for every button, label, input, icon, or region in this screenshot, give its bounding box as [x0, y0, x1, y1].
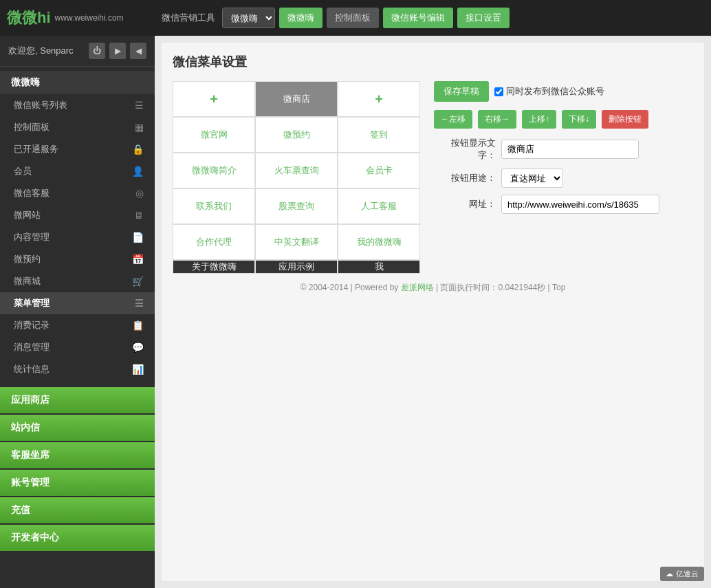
form-row-btn-purpose: 按钮用途： 直达网址 [434, 168, 693, 188]
sidebar-item-menu[interactable]: 菜单管理 ☰ [0, 292, 155, 314]
publish-checkbox[interactable] [494, 87, 503, 96]
sidebar-item-dashboard[interactable]: 控制面板 ▦ [0, 116, 155, 138]
page-title: 微信菜单设置 [173, 54, 693, 70]
menu-grid: + 微商店 + 微官网 微预约 签到 微微嗨简介 火车票查询 会员卡 联系我们 … [173, 81, 420, 260]
recharge-btn[interactable]: 充值 [0, 497, 155, 523]
menu-cell-translate[interactable]: 中英文翻译 [255, 224, 338, 260]
tab-interface[interactable]: 接口设置 [457, 8, 510, 28]
menu-cell-weishangdian[interactable]: 微商店 [255, 81, 338, 117]
app-store-btn[interactable]: 应用商店 [0, 387, 155, 413]
btn-purpose-select[interactable]: 直达网址 [501, 168, 563, 188]
sidebar-section-title: 微微嗨 [0, 71, 155, 94]
menu-cell-about[interactable]: 关于微微嗨 [173, 260, 255, 274]
menu-cell-my-weiweihi[interactable]: 我的微微嗨 [338, 224, 420, 260]
arrow-right-icon[interactable]: ▶ [109, 43, 126, 59]
watermark-text: 亿速云 [676, 569, 699, 579]
save-draft-btn[interactable]: 保存草稿 [434, 81, 489, 102]
menu-cell-customer-service[interactable]: 人工客服 [338, 188, 420, 224]
menu-cell-qiandao[interactable]: 签到 [338, 117, 420, 153]
sidebar-item-shop[interactable]: 微商城 🛒 [0, 270, 155, 292]
logo-text: 微微hi [7, 8, 51, 28]
main: 微信菜单设置 + 微商店 + 微官网 微预约 签到 微微嗨简介 [155, 36, 711, 588]
menu-editor: + 微商店 + 微官网 微预约 签到 微微嗨简介 火车票查询 会员卡 联系我们 … [173, 81, 693, 274]
menu-cell-me[interactable]: 我 [338, 260, 420, 274]
main-inner: 微信菜单设置 + 微商店 + 微官网 微预约 签到 微微嗨简介 [162, 43, 704, 581]
layout: 欢迎您, Senparc ⏻ ▶ ◀ 微微嗨 微信账号列表 ☰ 控制面板 ▦ 已… [0, 36, 711, 588]
sidebar-section-main: 微微嗨 微信账号列表 ☰ 控制面板 ▦ 已开通服务 🔒 会员 👤 微信客服 ◎ [0, 67, 155, 384]
menu-cell-partner[interactable]: 合作代理 [173, 224, 255, 260]
btn-text-label: 按钮显示文字： [434, 137, 496, 162]
sidebar-item-messages[interactable]: 消息管理 💬 [0, 336, 155, 358]
menu-cell-examples[interactable]: 应用示例 [255, 260, 338, 274]
menu-cell-weiguanwang[interactable]: 微官网 [173, 117, 255, 153]
url-label: 网址： [434, 198, 496, 210]
footer-time: | 页面执行时间：0.0421944秒 | Top [436, 283, 565, 292]
menu-cell-train[interactable]: 火车票查询 [255, 153, 338, 188]
power-icon[interactable]: ⏻ [89, 43, 105, 59]
action-row-dirs: ←左移 右移→ 上移↑ 下移↓ 删除按钮 [434, 110, 693, 129]
sidebar: 欢迎您, Senparc ⏻ ▶ ◀ 微微嗨 微信账号列表 ☰ 控制面板 ▦ 已… [0, 36, 155, 588]
menu-cell-membership[interactable]: 会员卡 [338, 153, 420, 188]
sidebar-item-stats[interactable]: 统计信息 📊 [0, 358, 155, 380]
tab-weiweihi[interactable]: 微微嗨 [279, 8, 322, 28]
btn-purpose-label: 按钮用途： [434, 172, 496, 184]
sidebar-item-services[interactable]: 已开通服务 🔒 [0, 138, 155, 160]
footer-text: © 2004-2014 | Powered by [300, 283, 399, 292]
menu-cell-add-left[interactable]: + [173, 81, 255, 117]
btn-text-input[interactable] [501, 140, 639, 159]
sidebar-item-reservation[interactable]: 微预约 📅 [0, 248, 155, 270]
account-manage-btn[interactable]: 账号管理 [0, 470, 155, 496]
weixin-service-icon: ◎ [135, 188, 144, 199]
top-nav: 微信营销工具 微微嗨 微微嗨 控制面板 微信账号编辑 接口设置 [162, 8, 704, 28]
internal-mail-btn[interactable]: 站内信 [0, 415, 155, 441]
menu-bottom-row: 关于微微嗨 应用示例 我 [173, 260, 420, 274]
menu-cell-jianjie[interactable]: 微微嗨简介 [173, 153, 255, 188]
watermark-icon: ☁ [666, 569, 673, 578]
form-row-btn-text: 按钮显示文字： [434, 137, 693, 162]
sidebar-item-accounts[interactable]: 微信账号列表 ☰ [0, 94, 155, 116]
publish-label-text: 同时发布到微信公众账号 [506, 85, 604, 98]
user-icons: ⏻ ▶ ◀ [89, 43, 146, 59]
action-row-top: 保存草稿 同时发布到微信公众账号 [434, 81, 693, 102]
left-move-btn[interactable]: ←左移 [434, 110, 472, 129]
publish-checkbox-label[interactable]: 同时发布到微信公众账号 [494, 85, 604, 98]
sidebar-item-microsite[interactable]: 微网站 🖥 [0, 204, 155, 226]
sidebar-item-content[interactable]: 内容管理 📄 [0, 226, 155, 248]
down-move-btn[interactable]: 下移↓ [562, 110, 596, 129]
logo-url: www.weiweihi.com [55, 13, 124, 23]
developer-center-btn[interactable]: 开发者中心 [0, 525, 155, 551]
tab-account-edit[interactable]: 微信账号编辑 [383, 8, 453, 28]
menu-cell-weiyuyue[interactable]: 微预约 [255, 117, 338, 153]
watermark: ☁ 亿速云 [660, 567, 704, 581]
tool-select[interactable]: 微微嗨 [222, 8, 275, 28]
consumption-icon: 📋 [132, 320, 144, 331]
stats-icon: 📊 [132, 364, 144, 375]
menu-cell-contact[interactable]: 联系我们 [173, 188, 255, 224]
content-icon: 📄 [132, 232, 144, 243]
customer-service-btn[interactable]: 客服坐席 [0, 442, 155, 468]
url-input[interactable] [501, 195, 659, 214]
menu-grid-container: + 微商店 + 微官网 微预约 签到 微微嗨简介 火车票查询 会员卡 联系我们 … [173, 81, 420, 274]
footer: © 2004-2014 | Powered by 差派网络 | 页面执行时间：0… [173, 274, 693, 302]
arrow-left-icon[interactable]: ◀ [130, 43, 146, 59]
messages-icon: 💬 [132, 342, 144, 353]
up-move-btn[interactable]: 上移↑ [522, 110, 556, 129]
right-panel: 保存草稿 同时发布到微信公众账号 ←左移 右移→ 上移↑ 下移↓ 删除按钮 [434, 81, 693, 274]
member-icon: 👤 [132, 166, 144, 177]
dashboard-icon: ▦ [135, 122, 144, 133]
delete-btn[interactable]: 删除按钮 [602, 110, 648, 129]
header: 微微hi www.weiweihi.com 微信营销工具 微微嗨 微微嗨 控制面… [0, 0, 711, 36]
tab-control-panel[interactable]: 控制面板 [327, 8, 379, 28]
right-move-btn[interactable]: 右移→ [478, 110, 516, 129]
menu-cell-stocks[interactable]: 股票查询 [255, 188, 338, 224]
sidebar-item-weixin-service[interactable]: 微信客服 ◎ [0, 182, 155, 204]
user-area: 欢迎您, Senparc ⏻ ▶ ◀ [0, 36, 155, 67]
footer-link[interactable]: 差派网络 [401, 283, 434, 292]
services-icon: 🔒 [132, 144, 144, 155]
sidebar-item-member[interactable]: 会员 👤 [0, 160, 155, 182]
microsite-icon: 🖥 [134, 210, 144, 221]
welcome-text: 欢迎您, Senparc [8, 45, 74, 57]
sidebar-item-consumption[interactable]: 消费记录 📋 [0, 314, 155, 336]
menu-cell-add-right[interactable]: + [338, 81, 420, 117]
top-nav-label: 微信营销工具 [162, 12, 215, 24]
